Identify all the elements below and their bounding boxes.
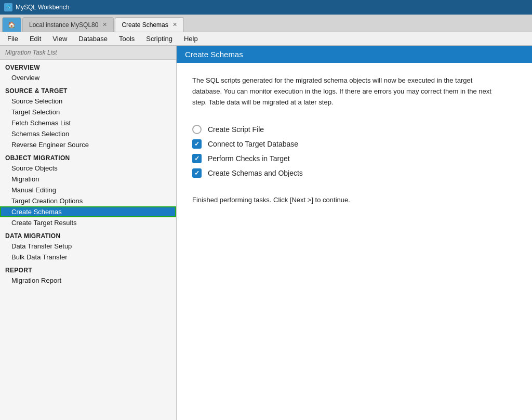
status-text: Finished performing tasks. Click [Next >…: [192, 196, 516, 204]
sidebar-item-overview[interactable]: Overview: [0, 72, 176, 83]
sidebar-section-overview: OVERVIEW: [0, 60, 176, 72]
tab-home[interactable]: 🏠: [2, 17, 21, 32]
option-connect-target-db: ✓ Connect to Target Database: [192, 137, 516, 151]
menu-bar: File Edit View Database Tools Scripting …: [0, 32, 532, 46]
option-create-schemas-objects: ✓ Create Schemas and Objects: [192, 166, 516, 180]
sidebar-section-source-target: SOURCE & TARGET: [0, 83, 176, 96]
menu-scripting[interactable]: Scripting: [141, 34, 178, 44]
sidebar-item-manual-editing[interactable]: Manual Editing: [0, 185, 176, 195]
option-label-connect-target-db: Connect to Target Database: [208, 140, 298, 148]
panel-description: The SQL scripts generated for the migrat…: [192, 75, 494, 108]
sidebar-section-data-migration: DATA MIGRATION: [0, 228, 176, 241]
main-area: Migration Task List OVERVIEW Overview SO…: [0, 46, 532, 420]
sidebar-section-report: REPORT: [0, 262, 176, 275]
sidebar-item-target-creation-options[interactable]: Target Creation Options: [0, 195, 176, 206]
right-panel: Create Schemas The SQL scripts generated…: [177, 46, 532, 420]
sidebar-item-migration-report[interactable]: Migration Report: [0, 275, 176, 286]
menu-edit[interactable]: Edit: [24, 34, 46, 44]
tab-local-instance[interactable]: Local instance MySQL80 ✕: [22, 17, 114, 32]
menu-database[interactable]: Database: [73, 34, 113, 44]
title-bar: 🐬 MySQL Workbench: [0, 0, 532, 15]
sidebar-item-reverse-engineer[interactable]: Reverse Engineer Source: [0, 139, 176, 150]
checkbox-connect-target-db[interactable]: ✓: [192, 139, 202, 149]
option-label-perform-checks: Perform Checks in Target: [208, 154, 290, 163]
sidebar-item-schemas-selection[interactable]: Schemas Selection: [0, 128, 176, 139]
panel-body: The SQL scripts generated for the migrat…: [177, 63, 532, 420]
sidebar-header: Migration Task List: [0, 46, 176, 60]
sidebar: Migration Task List OVERVIEW Overview SO…: [0, 46, 177, 420]
tab-migration-label: Create Schemas: [122, 21, 168, 29]
option-label-create-schemas-objects: Create Schemas and Objects: [208, 169, 303, 177]
sidebar-item-bulk-data-transfer[interactable]: Bulk Data Transfer: [0, 252, 176, 262]
sidebar-item-fetch-schemas[interactable]: Fetch Schemas List: [0, 117, 176, 128]
menu-tools[interactable]: Tools: [114, 34, 140, 44]
options-list: Create Script File ✓ Connect to Target D…: [192, 122, 516, 180]
sidebar-item-data-transfer-setup[interactable]: Data Transfer Setup: [0, 241, 176, 252]
tab-bar: 🏠 Local instance MySQL80 ✕ Create Schema…: [0, 15, 532, 32]
sidebar-section-object-migration: OBJECT MIGRATION: [0, 150, 176, 163]
option-create-script-file: Create Script File: [192, 122, 516, 137]
sidebar-item-source-selection[interactable]: Source Selection: [0, 96, 176, 107]
menu-view[interactable]: View: [47, 34, 72, 44]
menu-help[interactable]: Help: [179, 34, 203, 44]
option-perform-checks: ✓ Perform Checks in Target: [192, 151, 516, 166]
tab-migration[interactable]: Create Schemas ✕: [115, 17, 183, 32]
panel-header: Create Schemas: [177, 46, 532, 63]
option-label-create-script-file: Create Script File: [208, 125, 264, 134]
sidebar-item-create-schemas[interactable]: Create Schemas: [0, 206, 176, 217]
tab-local-label: Local instance MySQL80: [29, 21, 98, 29]
menu-file[interactable]: File: [2, 34, 23, 44]
app-title: MySQL Workbench: [16, 4, 69, 11]
sidebar-item-target-selection[interactable]: Target Selection: [0, 107, 176, 117]
sidebar-item-migration[interactable]: Migration: [0, 174, 176, 185]
app-icon: 🐬: [4, 3, 12, 11]
tab-migration-close[interactable]: ✕: [172, 21, 177, 28]
home-icon: 🏠: [8, 21, 16, 29]
sidebar-item-create-target-results[interactable]: Create Target Results: [0, 217, 176, 228]
radio-create-script-file[interactable]: [192, 125, 202, 134]
checkbox-perform-checks[interactable]: ✓: [192, 154, 202, 163]
tab-local-close[interactable]: ✕: [102, 21, 107, 28]
checkbox-create-schemas-objects[interactable]: ✓: [192, 168, 202, 178]
sidebar-item-source-objects[interactable]: Source Objects: [0, 163, 176, 174]
